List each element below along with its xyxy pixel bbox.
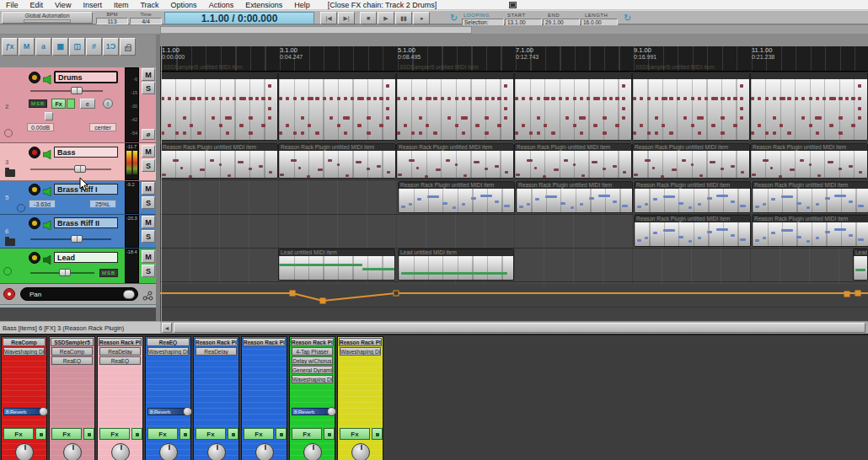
record-arm-button[interactable] — [29, 147, 40, 158]
menu-item[interactable]: Item — [108, 1, 135, 9]
menu-view[interactable]: View — [49, 1, 77, 9]
fx-button[interactable]: Fx — [147, 428, 178, 440]
bpm-value[interactable]: 113 — [96, 18, 128, 24]
record-input-button[interactable]: MSB — [99, 269, 118, 277]
midi-item-brass2[interactable]: Reason Rack Plugin untitled MIDI item — [752, 215, 868, 247]
fx-slot[interactable]: Waveshaping Dist — [340, 347, 381, 356]
speaker-icon[interactable] — [43, 147, 54, 158]
speaker-icon[interactable] — [43, 185, 54, 195]
pan-readout[interactable]: center — [89, 123, 116, 131]
fx-slot[interactable]: ReaEQ — [147, 338, 190, 346]
send-slider[interactable]: 8:Reverb — [292, 408, 329, 415]
lane-lead[interactable]: Lead untitled MIDI itemLead untitled MID… — [160, 249, 868, 282]
fx-slot[interactable]: SSDSampler5 — [51, 338, 94, 346]
loop-icon-2[interactable]: ↻ — [624, 13, 631, 24]
menu-edit[interactable]: Edit — [24, 1, 50, 9]
send-slider[interactable]: 8:Reverb — [147, 408, 185, 415]
monitor-button[interactable]: ! — [103, 99, 113, 109]
track-panel-drums[interactable]: 2 Drums MSB Fx e ! 0.00dB center -6-15-3… — [0, 67, 156, 143]
fx-slot[interactable]: ReaDelay — [99, 347, 141, 356]
fx-slot[interactable]: ReaDelay — [196, 347, 237, 356]
track-panel-lead[interactable]: Lead MSB -18.4 M S — [0, 249, 156, 284]
midi-item-drums[interactable] — [160, 72, 278, 141]
mixer-strip-5[interactable]: Reason Rack PlugiReaDelayFx — [193, 336, 239, 460]
track-name-field[interactable]: Drums — [54, 71, 118, 83]
pan-knob[interactable] — [15, 443, 34, 460]
midi-item-drums[interactable] — [750, 72, 868, 141]
pan-knob[interactable] — [111, 443, 130, 460]
media-item-icon[interactable]: a — [35, 38, 51, 56]
fx-enable-button[interactable] — [228, 428, 238, 440]
midi-item-lead[interactable]: Lead untitled MIDI item — [853, 249, 868, 281]
envelope-point[interactable] — [855, 291, 860, 296]
fx-enable-button[interactable] — [276, 428, 287, 440]
midi-item-lead[interactable]: Lead untitled MIDI item — [398, 249, 514, 281]
speaker-icon[interactable] — [43, 72, 54, 83]
fx-slot[interactable]: Waveshaping Dist — [292, 375, 333, 383]
small-button[interactable] — [45, 112, 53, 120]
volume-slider[interactable] — [30, 87, 103, 94]
folder-icon[interactable] — [5, 169, 15, 177]
pan-knob[interactable] — [159, 443, 178, 460]
automation-icon[interactable] — [142, 289, 153, 304]
mute-button[interactable]: M — [142, 182, 155, 195]
record-button[interactable]: ● — [413, 12, 430, 24]
routing-icon[interactable]: ◫ — [69, 38, 85, 56]
fx-slot[interactable]: General Dynamics — [292, 366, 333, 374]
docker-icon[interactable] — [509, 2, 517, 8]
record-arm-button[interactable] — [29, 184, 40, 195]
solo-button[interactable]: S — [142, 196, 155, 209]
menu-track[interactable]: Track — [134, 1, 164, 9]
solo-button[interactable]: S — [142, 82, 155, 94]
fx-slot[interactable]: Reason Rack Plugi — [243, 338, 286, 346]
grouping-circle-icon[interactable] — [3, 267, 12, 275]
midi-item-brass1[interactable]: Reason Rack Plugin untitled MIDI item — [634, 181, 751, 213]
mute-button[interactable]: M — [142, 145, 155, 158]
track-name-field[interactable]: Lead — [54, 252, 118, 263]
track-name-field[interactable]: Brass Riff II — [54, 217, 118, 228]
pan-readout[interactable]: 25%L — [89, 200, 116, 208]
lane-brass2[interactable]: Reason Rack Plugin untitled MIDI itemRea… — [160, 215, 868, 249]
midi-item-bass[interactable]: Reason Rack Plugin untitled MIDI item — [396, 143, 514, 179]
midi-editor-icon[interactable]: ƒx — [2, 38, 18, 56]
midi-item-brass2[interactable]: Reason Rack Plugin untitled MIDI item — [634, 215, 751, 247]
midi-item-brass1[interactable]: Reason Rack Plugin untitled MIDI item — [398, 181, 515, 213]
volume-readout[interactable]: 0.00dB — [27, 123, 54, 131]
fx-slot[interactable]: Reason Rack Plugi — [291, 338, 334, 346]
menu-extensions[interactable]: Extensions — [239, 1, 288, 9]
grid-lines-icon[interactable]: # — [86, 38, 102, 56]
pan-knob[interactable] — [255, 443, 274, 460]
midi-item-drums[interactable] — [632, 72, 750, 141]
record-arm-button[interactable] — [29, 72, 40, 83]
midi-item-bass[interactable]: Reason Rack Plugin untitled MIDI item — [278, 143, 396, 179]
fx-slot[interactable]: Delay w/Chorus — [292, 356, 333, 365]
send-knob[interactable] — [327, 407, 336, 416]
bpm-box[interactable]: BPM 113 — [96, 12, 128, 24]
mute-button[interactable]: M — [142, 216, 155, 228]
volume-slider[interactable] — [30, 165, 111, 173]
lane-brass1[interactable]: Reason Rack Plugin untitled MIDI itemRea… — [160, 181, 868, 215]
menu-actions[interactable]: Actions — [203, 1, 240, 9]
pan-envelope[interactable] — [160, 293, 868, 301]
send-slider[interactable]: 8:Reverb — [3, 408, 40, 415]
fx-enable-button[interactable] — [324, 428, 335, 440]
midi-item-lead[interactable]: Lead untitled MIDI item — [278, 249, 395, 281]
midi-item-bass[interactable]: Reason Rack Plugin untitled MIDI item — [750, 143, 868, 179]
envelope-button[interactable]: e — [80, 99, 95, 109]
fx-button[interactable]: Fx — [244, 428, 274, 440]
record-arm-button[interactable] — [29, 252, 40, 264]
stop-button[interactable]: ■ — [360, 12, 377, 24]
pan-envelope-lane[interactable] — [160, 284, 868, 308]
menu-file[interactable]: File — [0, 1, 24, 9]
timeline-ruler[interactable]: 1.1.000:00.0003.1.000:04.2475.1.000:08.4… — [160, 46, 868, 72]
grouping-circle-icon[interactable] — [4, 129, 13, 137]
mixer-strip-6[interactable]: Reason Rack PlugiFx — [241, 336, 287, 460]
fx-slot[interactable]: ReaEQ — [99, 356, 141, 365]
fx-enable-button[interactable] — [179, 428, 190, 440]
track-panel-brass-riff-2[interactable]: 6 Brass Riff II -20.3 M S — [0, 215, 156, 249]
pan-envelope-panel[interactable]: Pan — [0, 284, 156, 305]
global-automation-sub-button[interactable] — [24, 19, 71, 23]
solo-button[interactable]: S — [142, 230, 155, 243]
fx-enable-button[interactable] — [67, 99, 75, 109]
loop-icon[interactable]: ↻ — [450, 13, 458, 24]
